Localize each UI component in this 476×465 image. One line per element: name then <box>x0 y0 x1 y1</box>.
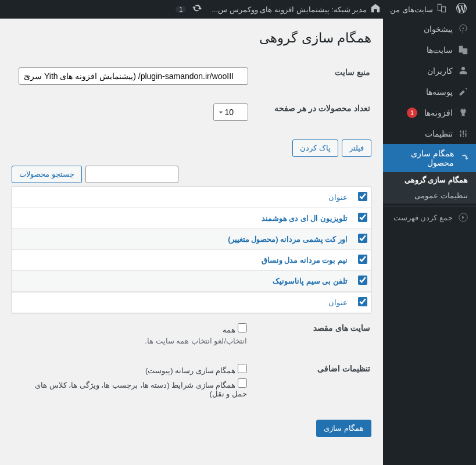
sidebar-item-themes[interactable]: پوسته‌ها <box>383 81 476 102</box>
sites-icon <box>436 3 447 16</box>
sync-terms-option[interactable]: همگام سازی شرایط (دسته ها، برچسب ها، ویژ… <box>19 378 247 398</box>
update-count: 1 <box>176 6 186 13</box>
sidebar-label: کاربران <box>427 66 453 76</box>
sync-media-label: همگام سازی رسانه (پیوست) <box>145 366 236 375</box>
sync-icon <box>459 152 469 164</box>
network-admin-label: مدیر شبکه: پیشنمایش افزونه های ووکمرس س.… <box>212 5 367 14</box>
filter-button[interactable]: فیلتر <box>342 140 371 157</box>
product-link[interactable]: تلفن بی سیم پاناسونیک <box>273 277 348 285</box>
collapse-menu[interactable]: جمع کردن فهرست <box>383 206 476 228</box>
update-icon <box>192 3 202 16</box>
product-link[interactable]: تلویزیون ال ای دی هوشمند <box>262 214 348 223</box>
sync-terms-label: همگام سازی شرایط (دسته ها، برچسب ها، ویژ… <box>35 381 247 398</box>
table-row: اور کت پشمی مردانه (محصول متغییر) <box>12 229 371 250</box>
sidebar-item-users[interactable]: کاربران <box>383 60 476 81</box>
product-link[interactable]: اور کت پشمی مردانه (محصول متغییر) <box>228 235 348 244</box>
submenu-general-settings[interactable]: تنظیمات عمومی <box>383 188 476 203</box>
products-table: عنوان تلویزیون ال ای دی هوشمند اور کت پش… <box>12 187 371 313</box>
sidebar-item-sites[interactable]: سایت‌ها <box>383 40 476 60</box>
network-admin-link[interactable]: مدیر شبکه: پیشنمایش افزونه های ووکمرس س.… <box>207 0 385 19</box>
sidebar-item-settings[interactable]: تنظیمات <box>383 123 476 144</box>
sidebar-label: سایت‌ها <box>427 45 453 55</box>
wp-logo[interactable] <box>452 0 471 19</box>
sidebar-item-product-sync[interactable]: همگام سازی محصول <box>383 144 476 172</box>
sync-media-checkbox[interactable] <box>238 364 247 373</box>
my-sites-label: سایت‌های من <box>390 5 433 14</box>
page-title: همگام سازی گروهی <box>12 30 371 46</box>
main-content: همگام سازی گروهی منبع سایت plugin-samand… <box>0 19 383 449</box>
sidebar-label: افزونه‌ها <box>424 108 453 117</box>
admin-sidebar: پیشخوان سایت‌ها کاربران پوسته‌ها افزونه‌… <box>383 19 476 449</box>
collapse-arrow-icon <box>457 212 469 223</box>
row-checkbox[interactable] <box>358 255 367 264</box>
select-all-checkbox-top[interactable] <box>358 192 367 201</box>
row-checkbox[interactable] <box>358 213 367 222</box>
sites-icon <box>457 44 469 56</box>
sync-submit-button[interactable]: همگام سازی <box>316 420 371 437</box>
sync-terms-checkbox[interactable] <box>238 378 247 388</box>
per-page-select[interactable]: 10 <box>213 103 248 121</box>
all-sites-option[interactable]: همه <box>223 326 247 334</box>
settings-icon <box>457 128 469 140</box>
users-icon <box>457 65 469 77</box>
submenu: همگام سازی گروهی تنظیمات عمومی <box>383 172 476 203</box>
row-checkbox[interactable] <box>358 234 367 243</box>
table-row: تلویزیون ال ای دی هوشمند <box>12 208 371 229</box>
product-search-input[interactable] <box>85 166 178 183</box>
plugin-icon <box>457 107 469 119</box>
admin-toolbar: سایت‌های من مدیر شبکه: پیشنمایش افزونه ه… <box>0 0 476 19</box>
collapse-label: جمع کردن فهرست <box>393 213 453 222</box>
extra-settings-label: تنظیمات اضافی <box>254 355 370 407</box>
table-row: نیم بوت مردانه مدل ونساق <box>12 250 371 271</box>
column-title-footer[interactable]: عنوان <box>328 298 348 307</box>
column-title-header[interactable]: عنوان <box>328 193 348 202</box>
wordpress-icon <box>456 3 467 16</box>
destination-hint: انتخاب/لغو انتخاب همه سایت ها. <box>19 337 247 345</box>
source-site-label: منبع سایت <box>255 59 370 94</box>
filter-form: منبع سایت plugin-samandon.ir/wooIII/ (پی… <box>12 58 371 131</box>
sidebar-label: پیشخوان <box>424 24 453 34</box>
search-button[interactable]: جستجو محصولات <box>12 166 82 183</box>
select-all-checkbox-bottom[interactable] <box>358 297 367 306</box>
plugin-update-badge: 1 <box>407 108 417 118</box>
sync-media-option[interactable]: همگام سازی رسانه (پیوست) <box>19 364 247 375</box>
sidebar-label: همگام سازی محصول <box>390 149 454 167</box>
table-row: تلفن بی سیم پاناسونیک <box>12 271 371 292</box>
sidebar-label: پوسته‌ها <box>426 87 453 96</box>
product-link[interactable]: نیم بوت مردانه مدل ونساق <box>262 256 348 264</box>
dashboard-icon <box>457 23 469 35</box>
sidebar-item-plugins[interactable]: افزونه‌ها 1 <box>383 102 476 123</box>
updates-link[interactable]: 1 <box>171 0 207 19</box>
my-sites-link[interactable]: سایت‌های من <box>385 0 452 19</box>
sidebar-label: تنظیمات <box>425 129 453 138</box>
home-icon <box>370 3 381 16</box>
destination-sites-label: سایت های مقصد <box>254 314 370 354</box>
row-checkbox[interactable] <box>358 276 367 285</box>
all-sites-label: همه <box>223 326 235 334</box>
source-site-select[interactable]: plugin-samandon.ir/wooIII/ (پیشنمایش افز… <box>19 67 248 85</box>
per-page-label: تعداد محصولات در هر صفحه <box>255 95 370 130</box>
settings-form: سایت های مقصد همه انتخاب/لغو انتخاب همه … <box>12 313 371 408</box>
all-sites-checkbox[interactable] <box>238 323 247 332</box>
sidebar-item-dashboard[interactable]: پیشخوان <box>383 19 476 40</box>
clear-button[interactable]: پاک کردن <box>292 140 338 157</box>
submenu-bulk-sync[interactable]: همگام سازی گروهی <box>383 172 476 188</box>
brush-icon <box>457 86 469 98</box>
